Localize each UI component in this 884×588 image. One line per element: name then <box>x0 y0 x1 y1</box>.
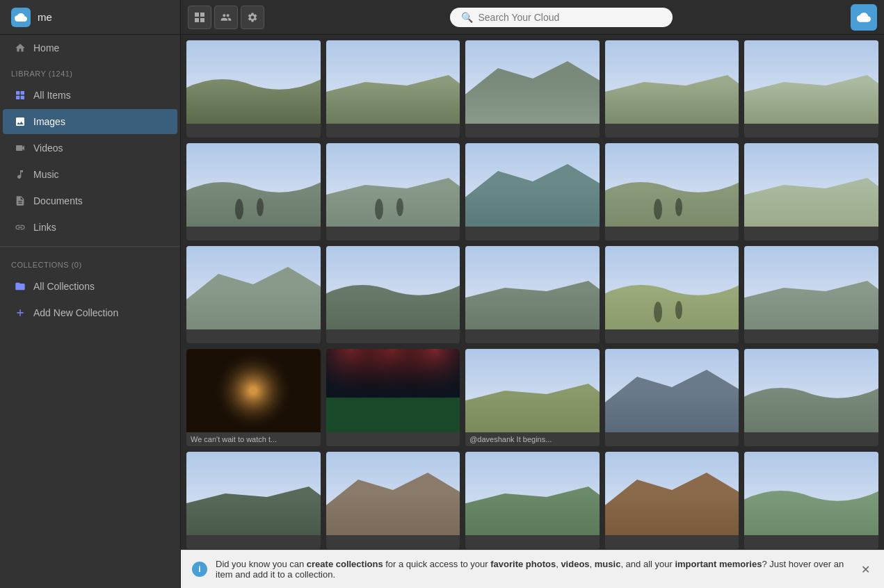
main-layout: Home LIBRARY (1241) All Items Images <box>0 35 884 588</box>
photo-card-23[interactable] <box>465 452 600 549</box>
photo-caption-2 <box>326 124 460 138</box>
photo-caption-4 <box>605 124 739 138</box>
photo-card-9[interactable] <box>605 143 739 240</box>
photo-caption-25 <box>744 535 878 549</box>
info-icon: i <box>192 562 207 577</box>
photo-image-2 <box>326 40 460 124</box>
gear-icon <box>247 12 258 23</box>
photo-caption-16: We can't wait to watch t... <box>186 432 321 446</box>
photo-image-12 <box>326 246 460 329</box>
sidebar-item-add-collection[interactable]: Add New Collection <box>3 300 177 325</box>
photo-thumb-23 <box>465 452 600 535</box>
photo-thumb-16 <box>186 349 321 432</box>
photo-caption-23 <box>465 535 600 549</box>
image-icon <box>14 115 26 128</box>
photo-thumb-6 <box>186 143 321 227</box>
photo-thumb-14 <box>605 246 739 329</box>
sidebar: Home LIBRARY (1241) All Items Images <box>0 35 181 588</box>
photo-thumb-8 <box>465 143 600 227</box>
photo-card-24[interactable] <box>605 452 739 549</box>
brand-area: me <box>0 0 181 34</box>
svg-rect-4 <box>16 91 19 95</box>
sidebar-item-images[interactable]: Images <box>3 109 177 134</box>
svg-rect-5 <box>21 91 24 95</box>
photo-caption-24 <box>605 535 739 549</box>
photo-card-14[interactable] <box>605 246 739 343</box>
photo-card-6[interactable] <box>186 143 321 240</box>
svg-rect-2 <box>195 18 199 22</box>
photo-card-8[interactable] <box>465 143 600 240</box>
photo-caption-5 <box>744 124 878 138</box>
photo-caption-3 <box>465 124 600 138</box>
photo-card-12[interactable] <box>326 246 460 343</box>
search-icon: 🔍 <box>461 12 473 23</box>
sidebar-item-all-items[interactable]: All Items <box>3 83 177 108</box>
photo-caption-22 <box>326 535 460 549</box>
photo-thumb-20 <box>744 349 878 432</box>
photo-image-14 <box>605 246 739 329</box>
photo-thumb-12 <box>326 246 460 329</box>
people-icon <box>220 12 232 23</box>
notification-bar: i Did you know you can create collection… <box>181 550 884 588</box>
photo-image-8 <box>465 143 600 227</box>
photo-image-21 <box>186 452 321 535</box>
photo-thumb-9 <box>605 143 739 227</box>
photo-thumb-24 <box>605 452 739 535</box>
document-icon <box>14 195 26 207</box>
photo-thumb-19 <box>605 349 739 432</box>
photo-image-11 <box>186 246 321 329</box>
photo-caption-18: @daveshank It begins... <box>465 432 600 446</box>
people-button[interactable] <box>214 6 238 29</box>
photo-image-7 <box>326 143 460 227</box>
photo-image-1 <box>186 40 321 124</box>
photo-card-16[interactable]: We can't wait to watch t... <box>186 349 321 446</box>
photo-card-19[interactable] <box>605 349 739 446</box>
sidebar-item-music[interactable]: Music <box>3 162 177 187</box>
notification-close-button[interactable]: ✕ <box>858 563 873 576</box>
search-input[interactable] <box>479 12 661 23</box>
photo-card-7[interactable] <box>326 143 460 240</box>
music-icon <box>14 168 26 181</box>
search-area: 🔍 <box>271 8 851 27</box>
photo-card-2[interactable] <box>326 40 460 138</box>
photo-image-25 <box>744 452 878 535</box>
photo-card-15[interactable] <box>744 246 878 343</box>
library-section-label: LIBRARY (1241) <box>0 61 180 82</box>
photo-card-17[interactable] <box>326 349 460 446</box>
photo-card-1[interactable] <box>186 40 321 138</box>
photo-card-21[interactable] <box>186 452 321 549</box>
video-icon <box>14 142 26 154</box>
images-label: Images <box>33 116 65 127</box>
photo-card-22[interactable] <box>326 452 460 549</box>
photo-card-13[interactable] <box>465 246 600 343</box>
photo-card-25[interactable] <box>744 452 878 549</box>
photo-card-10[interactable] <box>744 143 878 240</box>
photo-grid: We can't wait to watch t...@daveshank It… <box>186 40 878 549</box>
photo-thumb-1 <box>186 40 321 124</box>
settings-button[interactable] <box>241 6 264 29</box>
cloud-button[interactable] <box>851 4 877 31</box>
sidebar-item-videos[interactable]: Videos <box>3 136 177 161</box>
photo-caption-17 <box>326 432 460 446</box>
topbar-buttons <box>181 6 271 29</box>
grid-button[interactable] <box>188 6 211 29</box>
brand-icon <box>11 8 31 27</box>
photo-card-18[interactable]: @daveshank It begins... <box>465 349 600 446</box>
photo-card-3[interactable] <box>465 40 600 138</box>
photo-card-4[interactable] <box>605 40 739 138</box>
sidebar-item-documents[interactable]: Documents <box>3 188 177 213</box>
sidebar-item-home[interactable]: Home <box>3 35 177 60</box>
music-label: Music <box>33 169 59 180</box>
photo-card-20[interactable] <box>744 349 878 446</box>
sidebar-divider <box>0 246 180 247</box>
sidebar-item-all-collections[interactable]: All Collections <box>3 274 177 299</box>
documents-label: Documents <box>33 195 83 206</box>
photo-card-5[interactable] <box>744 40 878 138</box>
add-icon <box>14 307 26 319</box>
photo-caption-13 <box>465 329 600 343</box>
photo-card-11[interactable] <box>186 246 321 343</box>
videos-label: Videos <box>33 142 63 154</box>
svg-rect-1 <box>200 13 204 17</box>
photo-image-15 <box>744 246 878 329</box>
sidebar-item-links[interactable]: Links <box>3 215 177 240</box>
